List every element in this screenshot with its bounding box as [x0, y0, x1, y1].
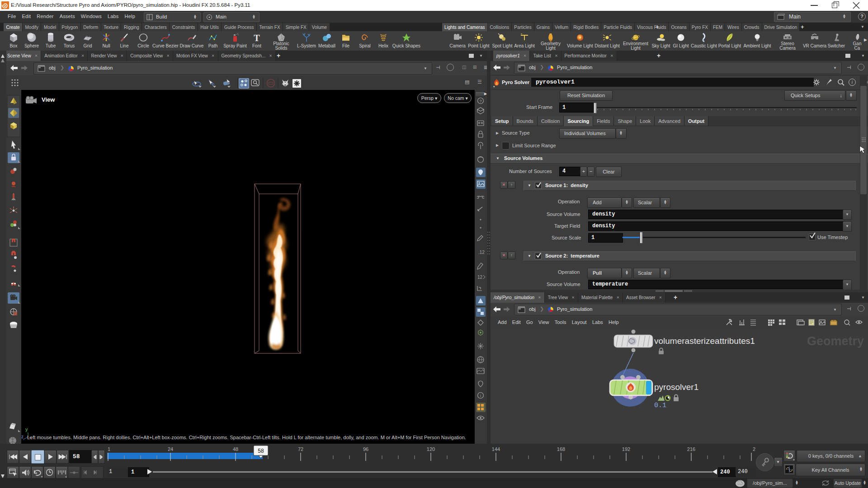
svg-text:VR Camera: VR Camera: [803, 43, 827, 48]
svg-text:Light: Light: [546, 46, 556, 51]
svg-text:120: 120: [427, 446, 435, 452]
svg-text:192: 192: [622, 446, 630, 452]
svg-text:Caustic Light: Caustic Light: [691, 43, 717, 48]
svg-text:.12: .12: [478, 250, 485, 255]
svg-text:144: 144: [492, 446, 500, 452]
svg-text:Font: Font: [252, 43, 261, 48]
svg-text:Camera: Camera: [449, 43, 466, 48]
svg-text:Sky Light: Sky Light: [651, 43, 670, 48]
svg-text:T: T: [254, 33, 260, 43]
svg-text:Portal Light: Portal Light: [718, 43, 741, 48]
svg-text:Camera: Camera: [779, 46, 796, 51]
svg-text:Quick Shapes: Quick Shapes: [392, 43, 420, 48]
svg-text:Volume Light: Volume Light: [567, 43, 593, 48]
svg-text:58: 58: [258, 448, 264, 454]
svg-text:i: i: [480, 394, 481, 398]
svg-text:Sphere: Sphere: [24, 43, 39, 48]
svg-text:L-System: L-System: [297, 43, 316, 48]
svg-text:96: 96: [363, 446, 368, 452]
svg-text:Solids: Solids: [275, 46, 287, 51]
svg-text:Switcher: Switcher: [828, 43, 845, 48]
svg-text:2: 2: [753, 446, 755, 452]
svg-text:Spiral: Spiral: [359, 43, 371, 48]
svg-text:File: File: [342, 43, 350, 48]
svg-text:?: ?: [479, 99, 481, 103]
svg-text:24: 24: [168, 446, 173, 452]
svg-text:72: 72: [298, 446, 303, 452]
svg-text:Area Light: Area Light: [514, 43, 535, 48]
svg-text:Draw Curve: Draw Curve: [180, 43, 204, 48]
svg-text:12: 12: [477, 275, 483, 280]
svg-text:216: 216: [687, 446, 695, 452]
svg-text:Null: Null: [102, 43, 110, 48]
svg-text:Distant Light: Distant Light: [594, 43, 620, 48]
svg-text:Tube: Tube: [46, 43, 56, 48]
svg-text:Box: Box: [9, 43, 17, 48]
svg-text:168: 168: [557, 446, 565, 452]
svg-text:Torus: Torus: [64, 43, 75, 48]
svg-text:Metaball: Metaball: [318, 43, 335, 48]
svg-text:Point Light: Point Light: [468, 43, 489, 48]
svg-text:Grid: Grid: [84, 43, 92, 48]
svg-text:1: 1: [108, 446, 110, 452]
svg-text:Circle: Circle: [137, 43, 149, 48]
svg-text:Helix: Helix: [378, 43, 388, 48]
svg-text:Curve Bezier: Curve Bezier: [152, 43, 179, 48]
svg-text:GI Light: GI Light: [673, 43, 689, 48]
svg-text:Light: Light: [631, 46, 641, 51]
svg-text:Line: Line: [120, 43, 129, 48]
svg-text:Ca: Ca: [854, 46, 860, 51]
svg-text:Path: Path: [208, 43, 218, 48]
svg-text:Ambient Light: Ambient Light: [743, 43, 771, 48]
svg-text:Spray Paint: Spray Paint: [223, 43, 247, 48]
svg-text:Spot Light: Spot Light: [492, 43, 512, 48]
svg-text:48: 48: [233, 446, 238, 452]
